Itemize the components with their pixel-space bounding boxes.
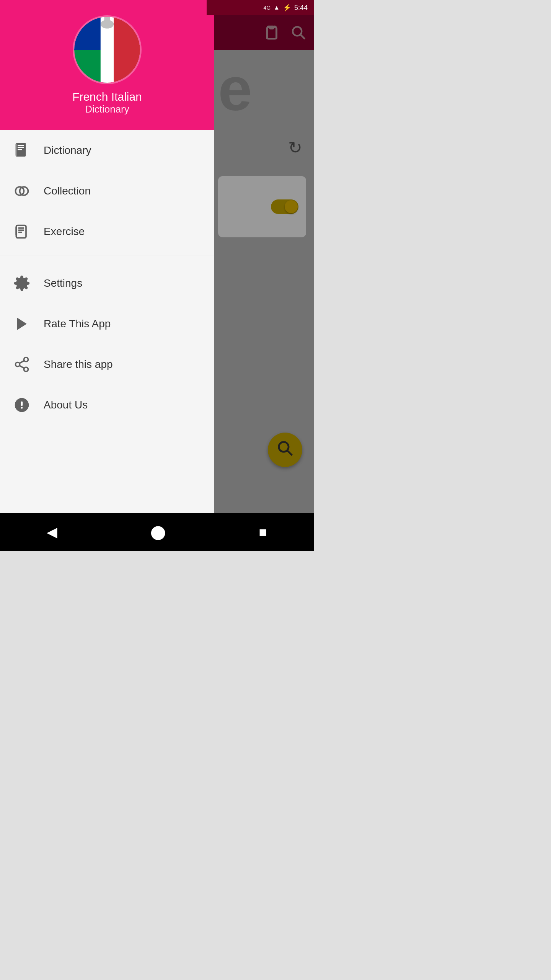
menu-item-about[interactable]: About Us	[0, 385, 214, 425]
svg-rect-22	[16, 227, 17, 235]
book-icon	[12, 141, 31, 160]
menu-item-rate[interactable]: Rate This App	[0, 304, 214, 344]
signal-bars: ▲	[274, 4, 280, 11]
app-title: French Italian Dictionary	[72, 90, 142, 115]
svg-line-27	[20, 366, 24, 368]
back-button[interactable]: ◀	[47, 524, 57, 540]
menu-divider	[0, 255, 214, 255]
svg-rect-9	[104, 17, 110, 26]
dictionary-label: Dictionary	[44, 144, 91, 157]
app-logo	[73, 15, 142, 84]
svg-rect-14	[18, 149, 22, 150]
recent-button[interactable]: ■	[259, 524, 267, 540]
rate-icon	[12, 314, 31, 333]
status-bar: 4G ▲ ⚡ 5:44	[207, 0, 314, 15]
rate-label: Rate This App	[44, 318, 111, 330]
svg-point-24	[24, 358, 28, 362]
exercise-icon	[12, 222, 31, 241]
drawer-menu: Dictionary Collection	[0, 130, 214, 551]
info-icon	[12, 395, 31, 415]
navigation-drawer: French Italian Dictionary Dictionary	[0, 0, 214, 551]
menu-item-settings[interactable]: Settings	[0, 263, 214, 304]
svg-point-25	[16, 363, 20, 367]
menu-item-exercise[interactable]: Exercise	[0, 211, 214, 252]
svg-line-28	[20, 361, 24, 363]
drawer-header: French Italian Dictionary	[0, 0, 214, 130]
about-label: About Us	[44, 399, 88, 411]
network-indicator: 4G	[263, 5, 271, 11]
time-display: 5:44	[294, 4, 308, 12]
home-button[interactable]: ⬤	[150, 524, 166, 540]
share-label: Share this app	[44, 358, 113, 371]
svg-rect-12	[18, 145, 24, 146]
share-icon	[12, 355, 31, 374]
collection-icon	[12, 181, 31, 201]
battery-icon: ⚡	[283, 3, 291, 12]
menu-item-dictionary[interactable]: Dictionary	[0, 130, 214, 171]
svg-marker-23	[17, 318, 27, 330]
svg-rect-13	[18, 147, 24, 148]
collection-label: Collection	[44, 185, 91, 197]
svg-point-26	[24, 367, 28, 371]
settings-icon	[12, 274, 31, 293]
menu-item-collection[interactable]: Collection	[0, 171, 214, 211]
navigation-bar: ◀ ⬤ ■	[0, 513, 314, 551]
settings-label: Settings	[44, 277, 82, 289]
svg-rect-15	[16, 144, 17, 156]
menu-item-share[interactable]: Share this app	[0, 344, 214, 385]
exercise-label: Exercise	[44, 225, 85, 238]
